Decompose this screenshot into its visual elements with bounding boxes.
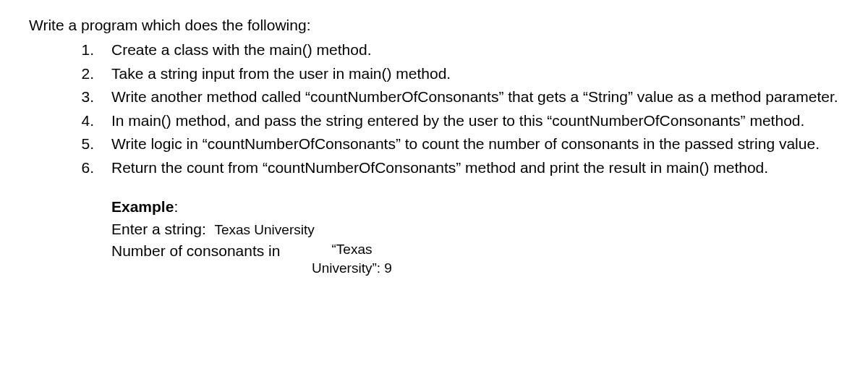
list-item: 6. Return the count from “countNumberOfC… — [29, 157, 839, 179]
example-input-value: Texas University — [214, 222, 314, 237]
item-text: Take a string input from the user in mai… — [111, 63, 839, 85]
item-text: Return the count from “countNumberOfCons… — [111, 157, 839, 179]
list-item: 2. Take a string input from the user in … — [29, 63, 839, 85]
list-item: 1. Create a class with the main() method… — [29, 39, 839, 61]
item-number: 1. — [69, 39, 94, 61]
example-line-2: Number of consonants in “Texas Universit… — [111, 240, 839, 277]
item-text: Create a class with the main() method. — [111, 39, 839, 61]
item-number: 3. — [69, 86, 94, 108]
intro-text: Write a program which does the following… — [29, 14, 839, 36]
example-block: Example: Enter a string: Texas Universit… — [29, 196, 839, 277]
example-prompt: Enter a string: — [111, 221, 214, 237]
example-result-quoted: “Texas University”: 9 — [297, 240, 406, 277]
list-item: 4. In main() method, and pass the string… — [29, 110, 839, 132]
example-colon: : — [174, 198, 178, 215]
example-heading: Example: — [111, 196, 839, 218]
steps-list: 1. Create a class with the main() method… — [29, 39, 839, 179]
item-text: Write logic in “countNumberOfConsonants”… — [111, 133, 839, 155]
list-item: 5. Write logic in “countNumberOfConsonan… — [29, 133, 839, 155]
list-item: 3. Write another method called “countNum… — [29, 86, 839, 108]
item-number: 5. — [69, 133, 94, 155]
example-line-1: Enter a string: Texas University — [111, 218, 839, 240]
item-number: 4. — [69, 110, 94, 132]
item-number: 2. — [69, 63, 94, 85]
item-text: Write another method called “countNumber… — [111, 86, 839, 108]
item-text: In main() method, and pass the string en… — [111, 110, 839, 132]
example-result-prefix: Number of consonants in — [111, 240, 280, 262]
example-label: Example — [111, 198, 174, 215]
item-number: 6. — [69, 157, 94, 179]
